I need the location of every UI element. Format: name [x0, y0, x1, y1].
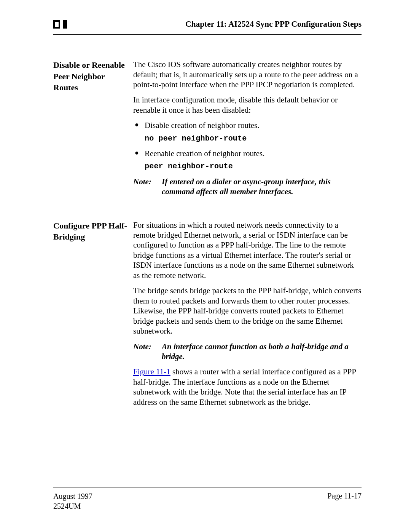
list-item: Disable creation of neighbor routes. [133, 120, 362, 130]
list-item: Reenable creation of neighbor routes. [133, 149, 362, 158]
command-code: peer neighbor-route [145, 161, 362, 171]
footer-page-number: Page 11-17 [327, 491, 362, 511]
footer-left: August 1997 2524UM [53, 491, 92, 511]
list-item-text: Reenable creation of neighbor routes. [145, 149, 264, 158]
paragraph: The Cisco IOS software automatically cre… [133, 59, 362, 89]
paragraph-with-figure-ref: Figure 11-1 shows a router with a serial… [133, 367, 362, 407]
section-configure-ppp-half-bridging: Configure PPP Half-Bridging For situatio… [53, 220, 362, 413]
note-label: Note: [133, 342, 162, 362]
page: Chapter 11: AI2524 Sync PPP Configuratio… [0, 0, 411, 532]
chapter-title: Chapter 11: AI2524 Sync PPP Configuratio… [185, 19, 362, 29]
list-item-text: Disable creation of neighbor routes. [145, 121, 260, 130]
bullet-list: Disable creation of neighbor routes. [133, 120, 362, 130]
figure-link[interactable]: Figure 11-1 [133, 367, 170, 376]
section-body: The Cisco IOS software automatically cre… [133, 59, 362, 199]
section-disable-reenable: Disable or Reenable Peer Neighbor Routes… [53, 59, 362, 199]
note-text: If entered on a dialer or async-group in… [162, 177, 362, 197]
footer-doc-id: 2524UM [53, 501, 92, 511]
footer-date: August 1997 [53, 491, 92, 501]
command-code: no peer neighbor-route [145, 134, 362, 143]
section-body: For situations in which a routed network… [133, 220, 362, 413]
paragraph: The bridge sends bridge packets to the P… [133, 286, 362, 336]
note-text: An interface cannot function as both a h… [162, 342, 362, 362]
section-heading: Disable or Reenable Peer Neighbor Routes [53, 59, 133, 93]
note: Note: If entered on a dialer or async-gr… [133, 177, 362, 197]
page-header: Chapter 11: AI2524 Sync PPP Configuratio… [53, 19, 362, 35]
paragraph: In interface configuration mode, disable… [133, 95, 362, 115]
section-heading: Configure PPP Half-Bridging [53, 220, 133, 243]
note: Note: An interface cannot function as bo… [133, 342, 362, 362]
vendor-logo-icon [53, 20, 67, 29]
note-label: Note: [133, 177, 162, 197]
paragraph: For situations in which a routed network… [133, 220, 362, 281]
bullet-list: Reenable creation of neighbor routes. [133, 149, 362, 158]
page-footer: August 1997 2524UM Page 11-17 [53, 487, 362, 511]
